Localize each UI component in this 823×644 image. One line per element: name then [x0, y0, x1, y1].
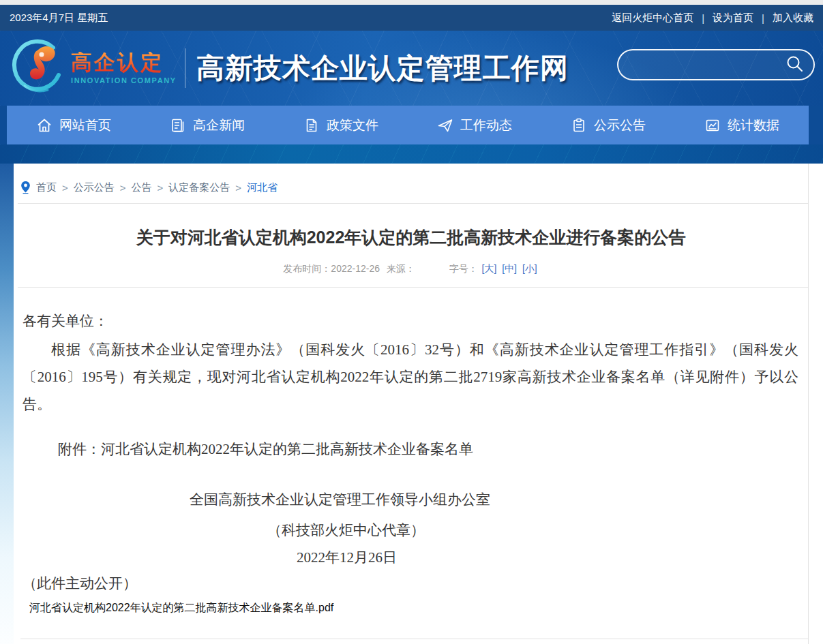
site-logo[interactable]: 高企认定 INNOVATION COMPANY: [10, 38, 177, 98]
clipboard-icon: [571, 117, 587, 134]
site-header: 高企认定 INNOVATION COMPANY 高新技术企业认定管理工作网: [0, 31, 823, 106]
breadcrumb-separator: >: [235, 182, 241, 194]
source-label: 来源：: [387, 263, 415, 274]
header-bottom-strip: [0, 144, 823, 164]
location-pin-icon: [20, 181, 31, 194]
browser-top-strip: [0, 0, 823, 5]
search-icon: [785, 55, 804, 75]
policy-document-icon: [303, 117, 320, 134]
site-title: 高新技术企业认定管理工作网: [196, 50, 569, 87]
nav-item-announcements[interactable]: 公示公告: [541, 106, 675, 144]
attachment-pdf-link[interactable]: 河北省认定机构2022年认定的第二批高新技术企业备案名单.pdf: [29, 601, 333, 615]
salutation: 各有关单位：: [23, 311, 808, 331]
breadcrumb-item-record-notice[interactable]: 认定备案公告: [168, 181, 230, 194]
body-paragraph: 根据《高新技术企业认定管理办法》（国科发火〔2016〕32号）和《高新技术企业认…: [23, 336, 798, 418]
nav-item-label: 政策文件: [327, 117, 378, 134]
link-torch-center-home[interactable]: 返回火炬中心首页: [612, 12, 693, 25]
link-separator: |: [762, 12, 764, 24]
article-body: 各有关单位： 根据《高新技术企业认定管理办法》（国科发火〔2016〕32号）和《…: [14, 311, 808, 615]
current-date: 2023年4月7日 星期五: [10, 12, 108, 25]
link-add-favorites[interactable]: 加入收藏: [773, 12, 813, 25]
nav-item-news[interactable]: 高企新闻: [140, 106, 274, 144]
chart-icon: [704, 117, 721, 134]
breadcrumb-item-announcements[interactable]: 公示公告: [74, 181, 115, 194]
breadcrumb-item-home[interactable]: 首页: [36, 181, 57, 194]
home-icon: [36, 117, 53, 134]
nav-item-label: 统计数据: [728, 117, 779, 134]
nav-bar-wrap: 网站首页 高企新闻 政策文件: [0, 106, 823, 144]
breadcrumb-separator: >: [158, 182, 164, 194]
top-bar: 2023年4月7日 星期五 返回火炬中心首页 | 设为首页 | 加入收藏: [0, 5, 823, 31]
sign-date: 2022年12月26日: [297, 548, 808, 567]
publish-time-label: 发布时间：: [283, 263, 331, 274]
nav-bar: 网站首页 高企新闻 政策文件: [7, 106, 809, 144]
breadcrumb: 首页 > 公示公告 > 公告 > 认定备案公告 > 河北省: [14, 164, 808, 194]
nav-item-statistics[interactable]: 统计数据: [675, 106, 809, 144]
font-size-large-button[interactable]: [大]: [482, 263, 497, 274]
content-panel: 首页 > 公示公告 > 公告 > 认定备案公告 > 河北省 关于对河北省认定机构…: [14, 164, 809, 644]
nav-item-label: 网站首页: [59, 117, 111, 134]
divider: [18, 203, 808, 204]
nav-item-policy[interactable]: 政策文件: [274, 106, 408, 144]
logo-en-label: INNOVATION COMPANY: [71, 76, 177, 85]
logo-swirl-icon: [10, 38, 65, 98]
nav-item-home[interactable]: 网站首页: [7, 106, 140, 144]
signer-note: （科技部火炬中心代章）: [267, 521, 808, 540]
search-button[interactable]: [785, 55, 813, 75]
attachment-line: 附件：河北省认定机构2022年认定的第二批高新技术企业备案名单: [58, 440, 808, 459]
left-background-gradient: [0, 164, 14, 644]
article-meta: 发布时间：2022-12-26 来源： 字号： [大] [中] [小]: [14, 263, 808, 275]
search-input[interactable]: [618, 59, 785, 71]
top-bar-links: 返回火炬中心首页 | 设为首页 | 加入收藏: [612, 12, 813, 25]
news-icon: [170, 117, 186, 134]
logo-text: 高企认定 INNOVATION COMPANY: [71, 52, 177, 85]
breadcrumb-item-notice[interactable]: 公告: [132, 181, 152, 194]
breadcrumb-separator: >: [62, 182, 68, 194]
main-area: 首页 > 公示公告 > 公告 > 认定备案公告 > 河北省 关于对河北省认定机构…: [0, 164, 823, 644]
logo-cn-label: 高企认定: [71, 52, 177, 74]
nav-item-work-dynamics[interactable]: 工作动态: [408, 106, 541, 144]
publish-date: 2022-12-26: [331, 263, 380, 274]
link-separator: |: [702, 12, 704, 24]
divider: [18, 287, 808, 288]
article-title: 关于对河北省认定机构2022年认定的第二批高新技术企业进行备案的公告: [14, 226, 808, 249]
font-size-label: 字号：: [449, 263, 478, 274]
nav-item-label: 公示公告: [594, 117, 646, 134]
header-divider: [185, 48, 185, 88]
divider: [20, 639, 808, 639]
nav-item-label: 高企新闻: [193, 117, 245, 134]
signer-organization: 全国高新技术企业认定管理工作领导小组办公室: [190, 490, 808, 509]
link-set-homepage[interactable]: 设为首页: [713, 12, 753, 25]
nav-item-label: 工作动态: [460, 117, 512, 134]
breadcrumb-item-hebei[interactable]: 河北省: [247, 181, 278, 194]
search-box: [617, 49, 815, 80]
breadcrumb-separator: >: [120, 182, 126, 194]
disclosure-note: （此件主动公开）: [23, 574, 808, 593]
font-size-small-button[interactable]: [小]: [522, 263, 537, 274]
font-size-medium-button[interactable]: [中]: [502, 263, 517, 274]
paper-plane-icon: [437, 117, 453, 134]
